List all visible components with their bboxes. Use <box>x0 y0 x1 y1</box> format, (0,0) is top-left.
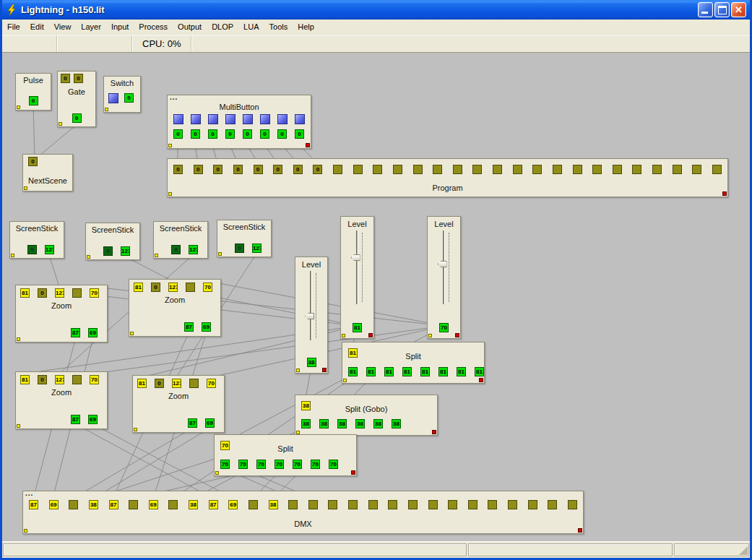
port[interactable]: 70 <box>256 460 266 469</box>
port[interactable]: 70 <box>439 323 449 332</box>
port[interactable]: 0 <box>243 129 252 139</box>
port[interactable]: 0 <box>273 165 282 174</box>
port[interactable]: 127 <box>172 379 181 388</box>
port[interactable]: 69 <box>205 418 215 428</box>
port[interactable] <box>189 379 199 388</box>
port[interactable]: 38 <box>301 419 311 428</box>
port[interactable] <box>368 500 378 509</box>
port[interactable]: 69 <box>49 500 59 509</box>
port[interactable] <box>568 500 577 509</box>
port[interactable] <box>592 165 602 174</box>
menu-item-process[interactable]: Process <box>134 20 173 33</box>
port[interactable] <box>472 165 482 174</box>
port[interactable] <box>488 500 497 509</box>
node-screenstick-3[interactable]: ScreenStick 0127 <box>153 221 208 259</box>
port[interactable]: 69 <box>149 500 158 509</box>
port[interactable]: 127 <box>168 283 178 292</box>
port[interactable]: 38 <box>392 419 401 428</box>
node-multibutton[interactable]: ... MultiButton 00000000 <box>167 95 311 149</box>
port[interactable] <box>652 165 662 174</box>
level-slider[interactable] <box>304 271 319 340</box>
port[interactable]: 127 <box>45 245 54 254</box>
menu-item-lua[interactable]: LUA <box>238 20 264 33</box>
port[interactable]: 87 <box>71 328 80 337</box>
node-nextscene[interactable]: 0 NextScene <box>22 154 73 191</box>
port[interactable]: 0 <box>313 165 322 174</box>
port[interactable]: 0 <box>295 129 304 139</box>
multibutton-button[interactable] <box>225 114 235 124</box>
port[interactable]: 87 <box>209 500 218 509</box>
port[interactable]: 0 <box>260 129 269 139</box>
port[interactable]: 81 <box>348 367 358 376</box>
port[interactable] <box>168 500 178 509</box>
port[interactable] <box>408 500 418 509</box>
port[interactable]: 127 <box>121 246 130 256</box>
port[interactable]: 0 <box>74 74 83 83</box>
port[interactable] <box>129 500 138 509</box>
port[interactable]: 69 <box>228 500 238 509</box>
port[interactable]: 0 <box>124 93 134 103</box>
port[interactable] <box>69 500 78 509</box>
port[interactable]: 69 <box>202 322 211 332</box>
port[interactable] <box>468 500 477 509</box>
port[interactable]: 127 <box>189 245 198 254</box>
port[interactable] <box>528 500 537 509</box>
port[interactable] <box>308 500 318 509</box>
port[interactable]: 70 <box>293 460 302 469</box>
port[interactable]: 0 <box>225 129 235 139</box>
node-level-1[interactable]: Level 38 <box>295 257 328 374</box>
port[interactable]: 81 <box>20 375 30 384</box>
port[interactable]: 38 <box>355 419 365 428</box>
port[interactable] <box>353 165 363 174</box>
port[interactable] <box>428 500 438 509</box>
port[interactable]: 0 <box>151 283 160 292</box>
port[interactable]: 70 <box>311 460 320 469</box>
port[interactable] <box>433 165 442 174</box>
port[interactable]: 0 <box>61 74 70 83</box>
port[interactable] <box>72 375 82 384</box>
port[interactable]: 38 <box>89 500 98 509</box>
port[interactable] <box>72 288 82 298</box>
port[interactable] <box>373 165 382 174</box>
port[interactable]: 0 <box>191 129 200 139</box>
minimize-button[interactable] <box>698 2 713 17</box>
multibutton-button[interactable] <box>260 114 270 124</box>
port[interactable] <box>493 165 502 174</box>
node-screenstick-2[interactable]: ScreenStick 0127 <box>85 223 140 260</box>
node-split-2[interactable]: Split 70 70707070707070 <box>214 434 357 476</box>
port[interactable]: 70 <box>90 375 99 384</box>
port[interactable]: 70 <box>275 460 284 469</box>
port[interactable]: 0 <box>171 245 181 254</box>
port[interactable] <box>388 500 397 509</box>
port[interactable]: 38 <box>337 419 347 428</box>
port[interactable]: 70 <box>329 460 338 469</box>
node-zoom-4[interactable]: 81012770 Zoom 8769 <box>132 375 225 433</box>
port[interactable]: 81 <box>475 367 484 376</box>
title-bar[interactable]: Lightning - h150.lit ✕ <box>2 0 750 20</box>
port[interactable] <box>186 283 195 292</box>
node-level-2[interactable]: Level 81 <box>340 216 374 339</box>
port[interactable]: 0 <box>293 165 303 174</box>
node-zoom-1[interactable]: 81012770 Zoom 8769 <box>15 285 108 343</box>
multibutton-button[interactable] <box>243 114 253 124</box>
port[interactable]: 0 <box>27 245 37 254</box>
port[interactable]: 0 <box>28 157 38 166</box>
port[interactable]: 0 <box>173 165 183 174</box>
menu-item-dlop[interactable]: DLOP <box>207 20 238 33</box>
resize-grip[interactable] <box>739 546 748 555</box>
port[interactable]: 81 <box>137 379 147 388</box>
port[interactable] <box>508 500 517 509</box>
port[interactable]: 0 <box>213 165 222 174</box>
port[interactable]: 38 <box>189 500 198 509</box>
port[interactable]: 70 <box>90 288 99 298</box>
port[interactable]: 38 <box>373 419 383 428</box>
port[interactable] <box>248 500 258 509</box>
node-screenstick-4[interactable]: ScreenStick 0127 <box>217 220 272 257</box>
port[interactable]: 87 <box>71 415 80 424</box>
port[interactable]: 0 <box>38 375 47 384</box>
port[interactable] <box>328 500 337 509</box>
multibutton-button[interactable] <box>295 114 305 124</box>
node-pulse[interactable]: Pulse 0 <box>15 73 51 111</box>
port[interactable]: 38 <box>269 500 278 509</box>
port[interactable] <box>692 165 701 174</box>
